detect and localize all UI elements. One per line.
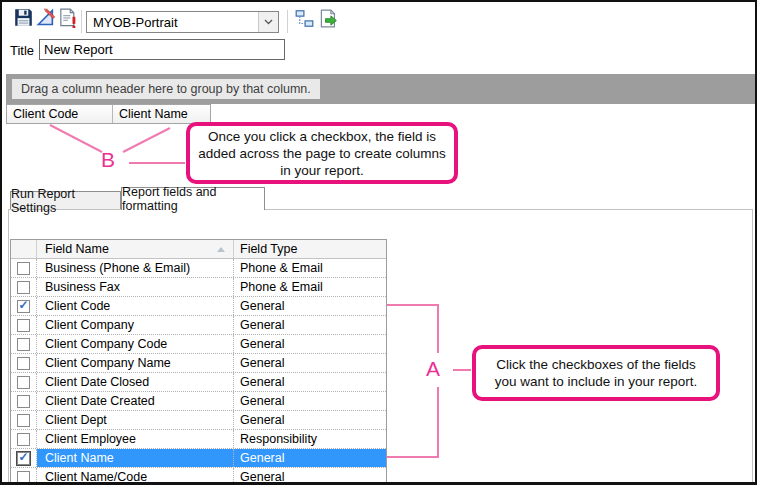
field-name-cell: Client Date Closed	[37, 373, 234, 391]
group-by-bar[interactable]: Drag a column header here to group by th…	[6, 74, 755, 104]
tree-view-icon	[295, 9, 314, 32]
chevron-down-icon[interactable]	[258, 12, 278, 32]
annotation-letter-a: A	[426, 357, 440, 381]
callout-b: Once you click a checkbox, the field is …	[186, 122, 458, 184]
layout-dropdown-value: MYOB-Portrait	[87, 12, 258, 32]
field-name-cell: Client Date Created	[37, 392, 234, 410]
export-run-button[interactable]	[317, 9, 340, 31]
field-type-cell: General	[234, 316, 386, 334]
row-checkbox-cell	[11, 354, 37, 372]
save-button[interactable]	[13, 9, 34, 30]
row-checkbox-cell	[11, 316, 37, 334]
report-designer-window: MYOB-Portrait Title Drag a column header…	[0, 0, 757, 485]
row-checkbox[interactable]	[17, 338, 30, 351]
table-row[interactable]: Client Company NameGeneral	[11, 354, 386, 373]
fields-grid-header: Field Name Field Type	[11, 240, 386, 259]
table-row[interactable]: Business FaxPhone & Email	[11, 278, 386, 297]
row-checkbox-cell	[11, 468, 37, 485]
row-checkbox[interactable]	[17, 300, 30, 313]
row-checkbox-cell	[11, 449, 37, 467]
row-checkbox[interactable]	[17, 357, 30, 370]
row-checkbox[interactable]	[17, 452, 30, 465]
row-checkbox-cell	[11, 297, 37, 315]
field-type-cell: Responsibility	[234, 430, 386, 448]
field-type-cell: General	[234, 335, 386, 353]
field-name-cell: Client Dept	[37, 411, 234, 429]
table-row[interactable]: Client Name/CodeGeneral	[11, 468, 386, 485]
field-name-header-label: Field Name	[45, 242, 109, 256]
save-icon	[14, 8, 33, 31]
fields-grid: Field Name Field Type Business (Phone & …	[10, 239, 387, 485]
field-name-cell: Client Company	[37, 316, 234, 334]
table-row[interactable]: Client CompanyGeneral	[11, 316, 386, 335]
table-row[interactable]: Client NameGeneral	[11, 449, 386, 468]
tab-run-report-settings[interactable]: Run Report Settings	[10, 191, 121, 209]
tab-report-fields-and-formatting[interactable]: Report fields and formatting	[121, 187, 265, 210]
row-checkbox-cell	[11, 430, 37, 448]
field-name-cell: Client Company Code	[37, 335, 234, 353]
layout-dropdown[interactable]: MYOB-Portrait	[86, 11, 279, 33]
field-name-cell: Client Company Name	[37, 354, 234, 372]
grid-body: Business (Phone & Email)Phone & EmailBus…	[11, 259, 386, 485]
table-row[interactable]: Business (Phone & Email)Phone & Email	[11, 259, 386, 278]
table-row[interactable]: Client EmployeeResponsibility	[11, 430, 386, 449]
callout-a: Click the checkboxes of the fields you w…	[472, 345, 720, 401]
preview-column-client-name[interactable]: Client Name	[113, 105, 210, 123]
row-checkbox[interactable]	[17, 395, 30, 408]
row-checkbox[interactable]	[17, 414, 30, 427]
table-row[interactable]: Client Date ClosedGeneral	[11, 373, 386, 392]
field-type-cell: General	[234, 373, 386, 391]
field-name-cell: Client Name/Code	[37, 468, 234, 485]
field-type-cell: Phone & Email	[234, 259, 386, 277]
table-row[interactable]: Client Date CreatedGeneral	[11, 392, 386, 411]
field-name-cell: Business Fax	[37, 278, 234, 296]
field-name-cell: Business (Phone & Email)	[37, 259, 234, 277]
toolbar-separator	[287, 10, 288, 33]
group-by-hint: Drag a column header here to group by th…	[12, 79, 320, 99]
document-exclamation-icon	[59, 8, 78, 32]
row-checkbox-cell	[11, 259, 37, 277]
title-label: Title	[10, 43, 34, 58]
row-checkbox[interactable]	[17, 471, 30, 484]
field-type-cell: General	[234, 354, 386, 372]
row-checkbox[interactable]	[17, 376, 30, 389]
row-checkbox-cell	[11, 373, 37, 391]
checkbox-column-header	[11, 240, 37, 258]
row-checkbox[interactable]	[17, 262, 30, 275]
table-row[interactable]: Client CodeGeneral	[11, 297, 386, 316]
preview-column-headers: Client Code Client Name	[6, 104, 211, 124]
design-layout-button[interactable]	[35, 8, 58, 31]
row-checkbox[interactable]	[17, 433, 30, 446]
row-checkbox[interactable]	[17, 281, 30, 294]
tree-view-button[interactable]	[293, 9, 316, 31]
field-type-header-label: Field Type	[240, 242, 297, 256]
row-checkbox-cell	[11, 278, 37, 296]
table-row[interactable]: Client DeptGeneral	[11, 411, 386, 430]
design-ruler-pencil-icon	[36, 7, 57, 32]
field-type-cell: General	[234, 297, 386, 315]
field-name-cell: Client Code	[37, 297, 234, 315]
toolbar-separator	[81, 10, 82, 33]
field-type-cell: General	[234, 468, 386, 485]
field-type-cell: General	[234, 449, 386, 467]
table-row[interactable]: Client Company CodeGeneral	[11, 335, 386, 354]
field-type-cell: General	[234, 411, 386, 429]
sort-ascending-icon	[217, 247, 225, 252]
row-checkbox-cell	[11, 411, 37, 429]
field-name-cell: Client Name	[37, 449, 234, 467]
field-name-cell: Client Employee	[37, 430, 234, 448]
export-run-icon	[319, 9, 338, 32]
field-type-column-header[interactable]: Field Type	[234, 240, 386, 258]
field-name-column-header[interactable]: Field Name	[37, 240, 234, 258]
preview-column-client-code[interactable]: Client Code	[7, 105, 113, 123]
annotation-letter-b: B	[101, 148, 115, 172]
field-type-cell: Phone & Email	[234, 278, 386, 296]
row-checkbox-cell	[11, 335, 37, 353]
row-checkbox-cell	[11, 392, 37, 410]
row-checkbox[interactable]	[17, 319, 30, 332]
title-input[interactable]	[39, 39, 285, 60]
validate-report-button[interactable]	[58, 9, 79, 30]
field-type-cell: General	[234, 392, 386, 410]
